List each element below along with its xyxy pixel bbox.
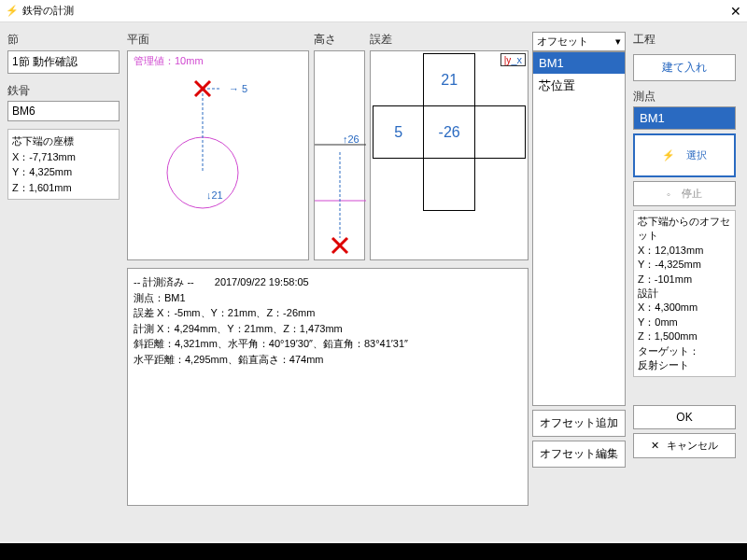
oi-design: 設計 (638, 287, 731, 301)
offset-item-bm1[interactable]: BM1 (533, 52, 625, 74)
offset-panel: オフセット ▾ BM1 芯位置 オフセット追加 オフセット編集 (532, 32, 626, 468)
point-item[interactable]: BM1 (634, 107, 735, 129)
plane-dx: → 5 (229, 83, 247, 94)
mgmt-value-text: 管理値：10mm (134, 55, 204, 66)
coord-x: X：-7,713mm (12, 149, 115, 165)
log-line: 計測 X：4,294mm、Y：21mm、Z：1,473mm (134, 321, 522, 337)
offset-item-core[interactable]: 芯位置 (533, 74, 625, 98)
coord-box: 芯下端の座標 X：-7,713mm Y：4,325mm Z：1,601mm (7, 129, 120, 200)
err-left: 5 (374, 106, 424, 159)
oi-z: Z：-101mm (638, 273, 731, 287)
measurement-log: -- 計測済み -- 2017/09/22 19:58:05 測点：BM1 誤差… (127, 268, 529, 506)
stop-button[interactable]: ◦ 停止 (633, 181, 736, 206)
stop-icon: ◦ (667, 189, 670, 200)
height-panel: ↑26 (314, 50, 365, 260)
app-icon: ⚡ (6, 5, 19, 17)
chevron-down-icon: ▾ (615, 35, 621, 48)
coord-y: Y：4,325mm (12, 164, 115, 180)
build-button[interactable]: 建て入れ (633, 54, 736, 81)
steel-field[interactable]: BM6 (7, 101, 120, 121)
plane-dy: ↓21 (206, 189, 223, 201)
offset-combo[interactable]: オフセット ▾ (532, 32, 626, 51)
offset-info: 芯下端からのオフセット X：12,013mm Y：-4,325mm Z：-101… (633, 210, 736, 377)
oi-y: Y：-4,325mm (638, 258, 731, 272)
close-icon[interactable]: ✕ (730, 4, 741, 19)
x-marker-icon (332, 238, 347, 253)
label-steel: 鉄骨 (7, 83, 120, 99)
oi-dz: Z：1,500mm (638, 329, 731, 343)
oi-target-lbl: ターゲット： (638, 344, 731, 358)
left-panel: 1節 動作確認 鉄骨 BM6 芯下端の座標 X：-7,713mm Y：4,325… (7, 50, 120, 200)
select-button[interactable]: ⚡ 選択 (633, 133, 736, 177)
err-center: -26 (424, 106, 475, 159)
coord-z: Z：1,601mm (12, 180, 115, 196)
content-area: 節 平面 高さ 誤差 工程 1節 動作確認 鉄骨 BM6 芯下端の座標 X：-7… (0, 22, 747, 541)
error-panel: |y_x 21 5-26 (370, 50, 529, 260)
oi-dx: X：4,300mm (638, 301, 731, 315)
select-label: 選択 (686, 148, 707, 162)
offset-combo-label: オフセット (537, 35, 588, 49)
log-line: -- 計測済み -- 2017/09/22 19:58:05 (134, 274, 522, 290)
oi-dy: Y：0mm (638, 315, 731, 329)
app-window: ⚡ 鉄骨の計測 ✕ 節 平面 高さ 誤差 工程 1節 動作確認 鉄骨 BM6 芯… (0, 0, 747, 560)
offset-edit-button[interactable]: オフセット編集 (532, 441, 626, 468)
height-diagram: ↑26 (314, 50, 365, 260)
oi-target: 反射シート (638, 358, 731, 372)
statusbar (0, 543, 747, 560)
stop-label: 停止 (682, 187, 702, 201)
label-height: 高さ (314, 32, 336, 48)
close-icon: ✕ (651, 440, 659, 452)
cancel-label: キャンセル (667, 439, 718, 453)
oi-x: X：12,013mm (638, 244, 731, 258)
window-title: 鉄骨の計測 (22, 4, 74, 18)
coord-header: 芯下端の座標 (12, 133, 115, 149)
cancel-button[interactable]: ✕ キャンセル (633, 433, 736, 458)
error-grid: |y_x 21 5-26 (370, 50, 529, 260)
log-line: 誤差 X：-5mm、Y：21mm、Z：-26mm (134, 305, 522, 321)
label-point: 測点 (633, 89, 736, 105)
plane-panel: 管理値：10mm → 5 ↓21 (127, 50, 309, 260)
offset-list[interactable]: BM1 芯位置 (532, 51, 626, 406)
label-error: 誤差 (370, 32, 392, 48)
log-line: 斜距離：4,321mm、水平角：40°19′30″、鉛直角：83°41′31″ (134, 336, 522, 352)
label-process: 工程 (633, 32, 655, 48)
height-up: ↑26 (343, 133, 359, 145)
section-field[interactable]: 1節 動作確認 (7, 50, 120, 74)
plane-diagram: 管理値：10mm → 5 ↓21 (127, 50, 309, 260)
titlebar: ⚡ 鉄骨の計測 ✕ (0, 0, 747, 22)
label-plane: 平面 (127, 32, 149, 48)
offset-info-header: 芯下端からのオフセット (638, 215, 731, 244)
offset-add-button[interactable]: オフセット追加 (532, 410, 626, 437)
label-section: 節 (7, 32, 19, 48)
point-list[interactable]: BM1 (633, 106, 736, 130)
log-line: 測点：BM1 (134, 290, 522, 306)
axis-icon: |y_x (500, 53, 526, 66)
log-panel: -- 計測済み -- 2017/09/22 19:58:05 測点：BM1 誤差… (127, 268, 529, 506)
bolt-icon: ⚡ (662, 149, 675, 161)
log-line: 水平距離：4,295mm、鉛直高さ：474mm (134, 352, 522, 368)
err-top: 21 (424, 54, 475, 106)
right-panel: 建て入れ 測点 BM1 ⚡ 選択 ◦ 停止 芯下端からのオフセット X：12,0… (633, 50, 736, 458)
ok-button[interactable]: OK (633, 405, 736, 429)
